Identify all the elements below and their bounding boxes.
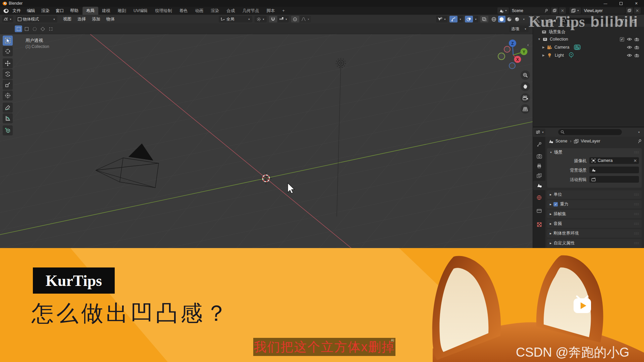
xray-toggle[interactable] [480, 16, 488, 22]
scene-copy-button[interactable] [551, 7, 558, 14]
properties-options-dropdown[interactable]: ▼ [635, 129, 643, 135]
panel-custom-properties[interactable]: ▶ 自定义属性 ∷∷ [547, 239, 642, 247]
tool-measure[interactable] [3, 113, 13, 123]
scene-name-field[interactable]: Scene [510, 7, 550, 14]
gizmo-minus-x-ball[interactable] [504, 46, 510, 52]
properties-editor-type-button[interactable]: ▼ [534, 129, 545, 135]
zoom-view-button[interactable] [521, 70, 530, 80]
tool-move[interactable] [3, 58, 13, 68]
overlays-toggle[interactable] [465, 16, 473, 22]
eye-icon[interactable] [627, 54, 632, 57]
tab-world[interactable] [533, 193, 545, 202]
gizmo-minus-z-ball[interactable] [509, 63, 515, 69]
scene-browse-button[interactable]: ▼ [497, 7, 509, 14]
workspace-tab-animation[interactable]: 动画 [191, 7, 207, 15]
maximize-button[interactable] [613, 0, 629, 7]
outliner-display-mode-button[interactable]: ▼ [546, 17, 557, 24]
overlays-settings-dropdown[interactable]: ▼ [473, 16, 478, 22]
outliner-scene-collection[interactable]: 场景集合 [542, 28, 566, 36]
tool-annotate[interactable] [3, 103, 13, 113]
outliner-filter-button[interactable]: ▼ [619, 17, 629, 24]
viewport-3d[interactable]: 用户透视 (1) Collection Z [0, 34, 533, 248]
transform-orientation-dropdown[interactable]: 全局 ▼ [219, 16, 252, 22]
shading-wireframe-button[interactable] [490, 16, 498, 22]
workspace-tab-layout[interactable]: 布局 [83, 7, 98, 15]
panel-rigid-body-world[interactable]: ▶ 刚体世界环境 ∷∷ [547, 229, 642, 238]
select-mode-lasso[interactable] [39, 25, 46, 32]
pin-icon[interactable] [544, 9, 548, 13]
outliner-row-camera[interactable]: ▶ Camera [542, 44, 642, 51]
editor-type-button[interactable]: ▼ [2, 16, 13, 22]
workspace-tab-shading[interactable]: 着色 [175, 7, 191, 15]
tool-transform[interactable] [3, 90, 13, 101]
pivot-point-dropdown[interactable]: ▼ [255, 16, 267, 22]
options-dropdown[interactable]: 选项 ▼ [509, 25, 529, 32]
gizmo-toggle[interactable] [449, 16, 458, 22]
outliner-row-light[interactable]: ▶ Light [542, 52, 642, 59]
tool-select-box[interactable] [3, 36, 13, 46]
eye-icon[interactable] [627, 46, 632, 49]
panel-units[interactable]: ▶ 单位 ∷∷ [547, 190, 642, 199]
shading-rendered-button[interactable] [514, 16, 521, 22]
render-visibility-icon[interactable] [635, 38, 639, 41]
shading-material-button[interactable] [506, 16, 513, 22]
menu-help[interactable]: 帮助 [67, 7, 82, 15]
menu-object[interactable]: 物体 [103, 15, 118, 23]
active-clip-field[interactable] [589, 176, 639, 183]
panel-keying-sets[interactable]: ▶ 插帧集 ∷∷ [547, 210, 642, 218]
scene-panel-title[interactable]: 场景 [554, 149, 562, 155]
mode-dropdown[interactable]: 物体模式 ▼ [16, 16, 57, 22]
close-button[interactable]: ✕ [629, 0, 644, 7]
gizmo-minus-y-ball[interactable] [498, 53, 505, 60]
pan-view-button[interactable] [521, 82, 530, 91]
snap-toggle[interactable] [269, 16, 277, 22]
outliner-row-collection[interactable]: ▼ Collection ✓ [538, 36, 642, 43]
viewlayer-name-field[interactable]: ViewLayer [582, 7, 625, 14]
tab-tool[interactable] [533, 139, 545, 149]
drag-handle-icon[interactable]: ∷∷ [634, 193, 639, 196]
render-visibility-icon[interactable] [635, 46, 639, 49]
panel-expand-icon[interactable]: ▼ [550, 151, 552, 154]
tab-collection[interactable] [533, 206, 545, 215]
navigation-gizmo[interactable]: Z Y X [496, 36, 533, 71]
workspace-tab-compositing[interactable]: 合成 [223, 7, 238, 15]
clear-x-icon[interactable]: ✕ [634, 158, 637, 163]
outliner-search-input[interactable] [559, 18, 617, 24]
snap-settings-dropdown[interactable]: ▼ [278, 16, 289, 22]
shading-settings-dropdown[interactable]: ▼ [521, 16, 527, 22]
select-mode-circle[interactable] [31, 25, 38, 32]
menu-render[interactable]: 渲染 [38, 7, 53, 15]
new-collection-button[interactable] [630, 17, 638, 24]
tab-view-layer[interactable] [533, 171, 545, 180]
tool-add-cube[interactable] [3, 125, 13, 135]
gizmo-settings-dropdown[interactable]: ▼ [458, 16, 463, 22]
camera-view-button[interactable] [521, 93, 530, 103]
tool-cursor[interactable] [3, 46, 13, 56]
viewlayer-remove-button[interactable]: ✕ [634, 7, 641, 14]
drag-handle-icon[interactable]: ∷∷ [634, 202, 639, 206]
tool-scale[interactable] [3, 80, 13, 90]
proportional-falloff-dropdown[interactable]: ▼ [300, 16, 311, 22]
breadcrumb-viewlayer[interactable]: ViewLayer [581, 139, 600, 143]
workspace-tab-texturepaint[interactable]: 纹理绘制 [151, 7, 175, 15]
viewlayer-browse-button[interactable]: ▼ [570, 7, 581, 14]
menu-window[interactable]: 窗口 [53, 7, 67, 15]
tab-scene[interactable] [533, 181, 545, 190]
gravity-checkbox[interactable]: ✓ [553, 202, 558, 206]
menu-edit[interactable]: 编辑 [24, 7, 38, 15]
camera-field[interactable]: Camera ✕ [589, 157, 639, 164]
panel-audio[interactable]: ▶ 音频 ∷∷ [547, 220, 642, 228]
drag-handle-icon[interactable]: ∷∷ [634, 241, 639, 245]
menu-add[interactable]: 添加 [89, 15, 103, 23]
sidebar-collapse-arrow[interactable]: ‹ [527, 42, 529, 47]
drag-handle-icon[interactable]: ∷∷ [634, 232, 639, 235]
scene-unlink-button[interactable]: ✕ [559, 7, 566, 14]
visibility-dropdown[interactable]: ▼ [436, 16, 447, 22]
workspace-tab-geometrynodes[interactable]: 几何节点 [238, 7, 263, 15]
workspace-tab-scripting[interactable]: 脚本 [263, 7, 278, 15]
minimize-button[interactable]: — [598, 0, 613, 7]
properties-search-input[interactable] [558, 129, 622, 135]
tab-render[interactable] [533, 152, 545, 161]
menu-select[interactable]: 选择 [74, 15, 89, 23]
workspace-tab-add[interactable]: + [278, 7, 288, 15]
